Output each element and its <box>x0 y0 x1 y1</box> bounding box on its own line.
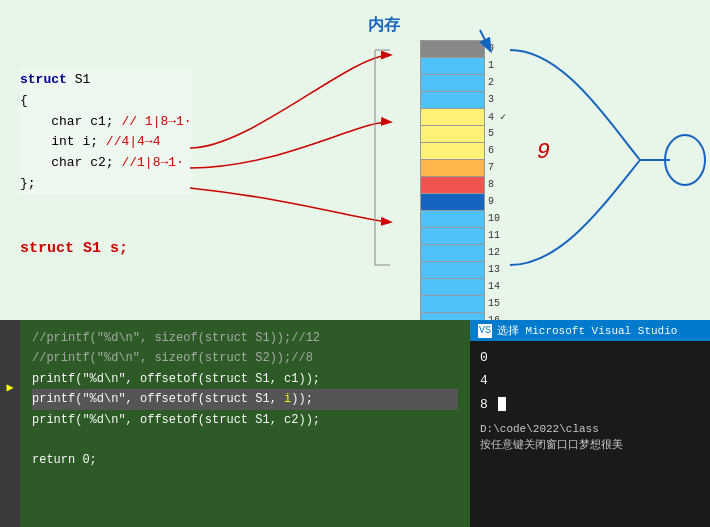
code-line-5: char c2; //1|8→1· <box>20 153 192 174</box>
mem-index-1: 1 <box>488 60 508 71</box>
struct-code: struct S1 { char c1; // 1|8→1· int i; //… <box>20 70 192 195</box>
code-printf-c2: printf("%d\n", offsetof(struct S1, c2)); <box>32 410 458 430</box>
gutter-7 <box>0 430 20 447</box>
vs-title: 选择 Microsoft Visual Studio <box>497 323 677 338</box>
mem-row-16: 16 <box>420 312 515 320</box>
mem-cell-7 <box>420 159 485 176</box>
code-empty <box>32 430 458 450</box>
code-printf-i: printf("%d\n", offsetof(struct S1, i)); <box>32 389 458 409</box>
mem-index-9: 9 <box>488 196 508 207</box>
mem-row-2: 2 <box>420 74 515 91</box>
c2-comment: //1|8→1· <box>121 155 183 170</box>
code-line-4: int i; //4|4→4 <box>20 132 192 153</box>
vs-icon: VS <box>478 324 492 338</box>
gutter-4: ▶ <box>0 379 20 396</box>
mem-row-1: 1 <box>420 57 515 74</box>
mem-index-2: 2 <box>488 77 508 88</box>
mem-cell-13 <box>420 261 485 278</box>
code-line-6: }; <box>20 174 192 195</box>
mem-index-15: 15 <box>488 298 508 309</box>
label-9: 9 <box>537 140 550 165</box>
keyword-struct: struct <box>20 72 67 87</box>
mem-row-0: 0 <box>420 40 515 57</box>
mem-row-5: 5 <box>420 125 515 142</box>
mem-row-3: 3 <box>420 91 515 108</box>
gutter-1 <box>0 328 20 345</box>
gutter-3 <box>0 362 20 379</box>
mem-cell-12 <box>420 244 485 261</box>
code-gutter: ▶ <box>0 320 20 527</box>
cursor-block <box>498 397 506 411</box>
mem-index-8: 8 <box>488 179 508 190</box>
mem-cell-4 <box>420 108 485 125</box>
vs-prompt: 按任意键关闭窗口口梦想很美 <box>470 437 710 452</box>
mem-row-10: 10 <box>420 210 515 227</box>
mem-row-8: 8 <box>420 176 515 193</box>
vs-title-bar: VS 选择 Microsoft Visual Studio <box>470 320 710 341</box>
mem-index-12: 12 <box>488 247 508 258</box>
mem-row-12: 12 <box>420 244 515 261</box>
mem-cell-3 <box>420 91 485 108</box>
svg-point-1 <box>665 135 705 185</box>
mem-cell-15 <box>420 295 485 312</box>
mem-cell-11 <box>420 227 485 244</box>
gutter-2 <box>0 345 20 362</box>
mem-cell-6 <box>420 142 485 159</box>
mem-cell-1 <box>420 57 485 74</box>
bottom-panel: ▶ //printf("%d\n", sizeof(struct S1));//… <box>0 320 710 527</box>
char-c1: char c1; <box>51 114 113 129</box>
memory-grid: 0 1 2 3 4 ✓ 5 6 7 <box>420 40 515 320</box>
char-c2: char c2; <box>51 155 113 170</box>
bottom-code-wrapper: ▶ //printf("%d\n", sizeof(struct S1));//… <box>0 320 470 527</box>
mem-row-7: 7 <box>420 159 515 176</box>
output-line-3: 8 <box>480 393 700 416</box>
mem-cell-8 <box>420 176 485 193</box>
code-return: return 0; <box>32 450 458 470</box>
mem-index-4: 4 ✓ <box>488 111 508 123</box>
code-line-2: { <box>20 91 192 112</box>
mem-row-14: 14 <box>420 278 515 295</box>
mem-cell-0 <box>420 40 485 57</box>
output-line-1: 0 <box>480 346 700 369</box>
code-line-1: struct S1 <box>20 70 192 91</box>
mem-cell-10 <box>420 210 485 227</box>
i-comment: //4|4→4 <box>106 134 161 149</box>
struct-name: S1 <box>75 72 91 87</box>
code-printf-c1: printf("%d\n", offsetof(struct S1, c1)); <box>32 369 458 389</box>
int-i: int i; <box>51 134 98 149</box>
mem-cell-5 <box>420 125 485 142</box>
mem-index-5: 5 <box>488 128 508 139</box>
mem-index-0: 0 <box>488 43 508 54</box>
mem-index-11: 11 <box>488 230 508 241</box>
gutter-5 <box>0 396 20 413</box>
bottom-code: //printf("%d\n", sizeof(struct S1));//12… <box>20 320 470 527</box>
vs-output-panel: VS 选择 Microsoft Visual Studio 0 4 8 D:\c… <box>470 320 710 527</box>
vs-output-values: 0 4 8 <box>470 341 710 421</box>
mem-index-6: 6 <box>488 145 508 156</box>
top-panel: struct S1 { char c1; // 1|8→1· int i; //… <box>0 0 710 320</box>
gutter-6 <box>0 413 20 430</box>
memory-label: 内存 <box>368 15 400 36</box>
code-comment-1: //printf("%d\n", sizeof(struct S1));//12 <box>32 328 458 348</box>
code-line-3: char c1; // 1|8→1· <box>20 112 192 133</box>
mem-index-7: 7 <box>488 162 508 173</box>
mem-index-14: 14 <box>488 281 508 292</box>
mem-row-13: 13 <box>420 261 515 278</box>
struct-instance: struct S1 s; <box>20 240 128 257</box>
mem-cell-2 <box>420 74 485 91</box>
mem-index-13: 13 <box>488 264 508 275</box>
mem-row-15: 15 <box>420 295 515 312</box>
mem-index-10: 10 <box>488 213 508 224</box>
c1-comment: // 1|8→1· <box>121 114 191 129</box>
mem-row-6: 6 <box>420 142 515 159</box>
mem-cell-16 <box>420 312 485 320</box>
mem-row-11: 11 <box>420 227 515 244</box>
mem-cell-9 <box>420 193 485 210</box>
code-comment-2: //printf("%d\n", sizeof(struct S2));//8 <box>32 348 458 368</box>
output-line-2: 4 <box>480 369 700 392</box>
mem-cell-14 <box>420 278 485 295</box>
mem-index-3: 3 <box>488 94 508 105</box>
mem-row-9: 9 <box>420 193 515 210</box>
vs-path: D:\code\2022\class <box>470 421 710 437</box>
mem-row-4: 4 ✓ <box>420 108 515 125</box>
